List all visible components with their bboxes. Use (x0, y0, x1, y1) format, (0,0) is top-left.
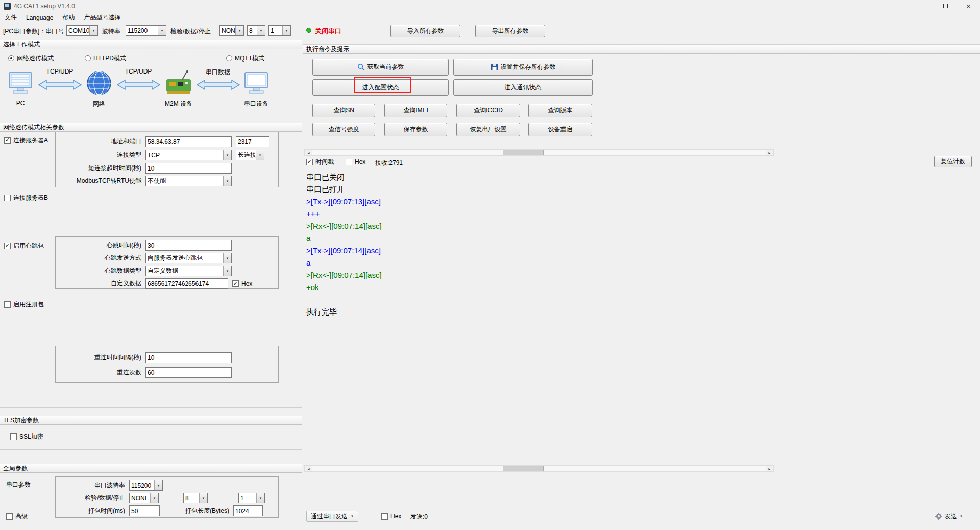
chevron-down-icon: ▼ (223, 266, 231, 276)
close-button[interactable]: × (957, 0, 980, 12)
com-port-select[interactable]: COM10▼ (66, 25, 98, 36)
pc-serial-label: [PC串口参数]：串口号 (3, 27, 64, 36)
scroll-left-icon[interactable]: ◄ (305, 150, 312, 155)
checkbox-icon (10, 433, 17, 440)
radio-mqtt-mode[interactable]: MQTT模式 (226, 54, 264, 62)
link-pc-network: TCP/UDP (37, 68, 83, 90)
globe-icon (86, 68, 112, 99)
scroll-thumb[interactable] (503, 150, 544, 155)
register-checkbox[interactable]: 启用注册包 (4, 300, 44, 308)
save-params-button[interactable]: 保存参数 (384, 123, 447, 136)
set-save-params-button[interactable]: 设置并保存所有参数 (453, 59, 593, 76)
menu-product-model[interactable]: 产品型号选择 (79, 12, 125, 23)
scroll-right-icon[interactable]: ► (766, 466, 773, 471)
send-hex-checkbox[interactable]: Hex (381, 512, 401, 520)
checkbox-icon (4, 195, 11, 201)
databits-select[interactable]: 8▼ (247, 25, 265, 36)
heartbeat-send-mode-value: 向服务器发送心跳包 (146, 254, 223, 262)
get-current-params-button[interactable]: 获取当前参数 (312, 59, 449, 76)
global-baud-select[interactable]: 115200▼ (129, 480, 163, 491)
server-a-port-input[interactable] (236, 136, 270, 147)
conn-mode-value: 长连接 (236, 151, 256, 159)
export-params-button[interactable]: 导出所有参数 (475, 25, 545, 37)
radio-httpd-mode[interactable]: HTTPD模式 (85, 54, 126, 62)
minimize-button[interactable] (911, 0, 934, 12)
factory-reset-button[interactable]: 恢复出厂设置 (456, 123, 520, 136)
chevron-down-icon: ▼ (199, 493, 207, 503)
conn-mode-select[interactable]: 长连接▼ (236, 150, 264, 160)
log-hscrollbar-top[interactable]: ◄ ► (304, 149, 774, 156)
pack-len-input[interactable] (233, 505, 263, 516)
query-version-button[interactable]: 查询版本 (528, 104, 592, 117)
scroll-thumb[interactable] (503, 466, 544, 471)
device-restart-button[interactable]: 设备重启 (528, 123, 592, 136)
heartbeat-data-type-label: 心跳数据类型 (59, 267, 141, 275)
dropdown-label: 通过串口发送 (311, 512, 348, 521)
enter-config-button[interactable]: 进入配置状态 (312, 79, 449, 96)
custom-data-input[interactable] (145, 278, 228, 289)
server-b-checkbox[interactable]: 连接服务器B (4, 194, 48, 202)
close-port-button[interactable]: 关闭串口 (315, 27, 341, 36)
radio-label: HTTPD模式 (93, 54, 126, 63)
chevron-down-icon: ▼ (257, 26, 265, 35)
heartbeat-data-type-select[interactable]: 自定义数据▼ (145, 266, 232, 276)
log-area[interactable]: 串口已关闭 串口已打开 >[Tx->][09:07:13][asc] +++ >… (306, 171, 975, 462)
chevron-down-icon: ▼ (150, 493, 158, 503)
serial-device-icon (243, 68, 270, 99)
checkbox-label: SSL加密 (19, 432, 43, 441)
log-hex-checkbox[interactable]: Hex (346, 158, 365, 166)
menu-help[interactable]: 帮助 (58, 12, 79, 23)
reconnect-interval-input[interactable] (145, 352, 232, 363)
radio-net-transparent-mode[interactable]: 网络透传模式 (8, 54, 54, 62)
parity-select[interactable]: NONE▼ (219, 25, 244, 36)
log-hscrollbar-bottom[interactable]: ◄ ► (304, 465, 774, 472)
modbus-select[interactable]: 不使能▼ (145, 176, 232, 186)
stopbits-select[interactable]: 1▼ (268, 25, 291, 36)
menu-language[interactable]: Language (21, 13, 58, 22)
scroll-left-icon[interactable]: ◄ (305, 466, 312, 471)
chevron-down-icon: ▼ (154, 480, 162, 490)
timestamp-checkbox[interactable]: 时间戳 (306, 158, 334, 166)
conn-type-select[interactable]: TCP▼ (145, 150, 232, 160)
global-baud-label: 串口波特率 (59, 481, 125, 490)
import-params-button[interactable]: 导入所有参数 (390, 25, 460, 37)
heartbeat-checkbox[interactable]: 启用心跳包 (4, 242, 44, 250)
server-a-checkbox[interactable]: 连接服务器A (4, 136, 48, 144)
global-databits-select[interactable]: 8▼ (183, 493, 208, 503)
serial-node-label: 串口设备 (244, 100, 268, 108)
scroll-track[interactable] (312, 466, 766, 471)
maximize-button[interactable] (934, 0, 957, 12)
short-conn-timeout-input[interactable] (145, 163, 232, 174)
heartbeat-send-mode-select[interactable]: 向服务器发送心跳包▼ (145, 253, 232, 263)
log-line: >[Tx->][09:07:14][asc] (306, 245, 975, 257)
server-a-address-input[interactable] (145, 136, 232, 147)
serial-params-label: 串口参数 (6, 480, 31, 489)
scroll-right-icon[interactable]: ► (766, 150, 773, 155)
scroll-track[interactable] (312, 150, 766, 155)
menu-file[interactable]: 文件 (0, 12, 21, 23)
advanced-checkbox[interactable]: 高级 (6, 512, 28, 520)
enter-comm-button[interactable]: 进入通讯状态 (453, 79, 593, 96)
conn-type-value: TCP (146, 152, 223, 159)
checkbox-icon (4, 301, 11, 308)
query-sn-button[interactable]: 查询SN (312, 104, 375, 117)
stopbits-value: 1 (269, 27, 282, 34)
log-line: >[Rx<-][09:07:14][asc] (306, 269, 975, 281)
heartbeat-hex-checkbox[interactable]: Hex (232, 280, 252, 288)
pack-time-input[interactable] (129, 505, 160, 516)
send-button[interactable]: 发送 ▼ (932, 511, 966, 522)
global-parity-select[interactable]: NONE▼ (129, 493, 159, 503)
log-line: 执行完毕 (306, 306, 975, 318)
heartbeat-time-input[interactable] (145, 240, 232, 251)
query-imei-button[interactable]: 查询IMEI (384, 104, 447, 117)
baud-select[interactable]: 115200▼ (126, 25, 166, 36)
ssl-checkbox[interactable]: SSL加密 (10, 432, 43, 441)
send-via-serial-dropdown[interactable]: 通过串口发送 ▼ (306, 511, 358, 522)
reconnect-count-input[interactable] (145, 367, 232, 378)
query-iccid-button[interactable]: 查询ICCID (456, 104, 520, 117)
reset-count-button[interactable]: 复位计数 (934, 156, 972, 167)
window-title: 4G CAT1 setup V1.4.0 (14, 3, 75, 10)
log-line: a (306, 257, 975, 269)
query-signal-button[interactable]: 查信号强度 (312, 123, 375, 136)
global-stopbits-select[interactable]: 1▼ (238, 493, 265, 503)
